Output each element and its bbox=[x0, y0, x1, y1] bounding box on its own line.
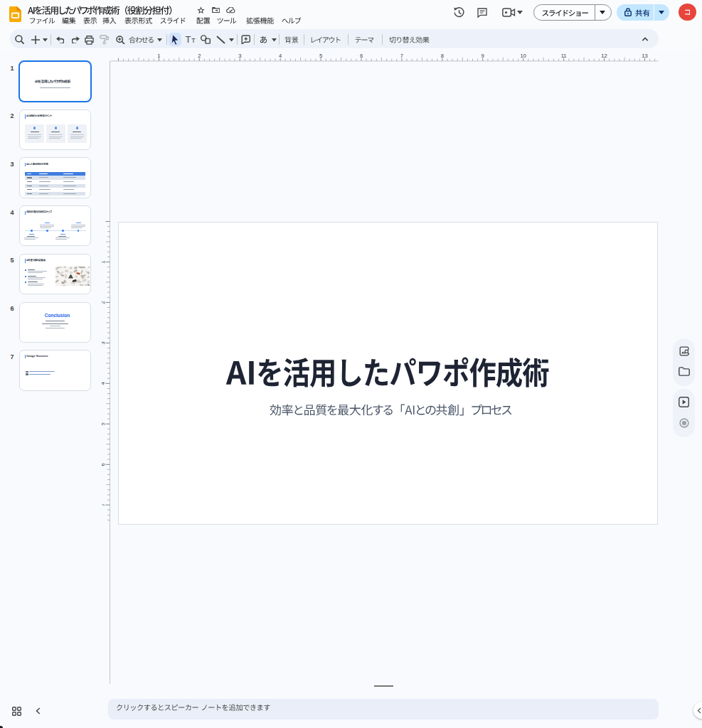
svg-text:8: 8 bbox=[441, 53, 444, 59]
svg-text:5: 5 bbox=[319, 53, 322, 59]
svg-text:12: 12 bbox=[601, 53, 607, 59]
svg-text:3: 3 bbox=[102, 341, 106, 344]
svg-text:13: 13 bbox=[642, 53, 647, 59]
svg-text:10: 10 bbox=[521, 53, 526, 59]
svg-text:3: 3 bbox=[238, 53, 241, 59]
svg-text:11: 11 bbox=[561, 53, 567, 59]
svg-text:7: 7 bbox=[400, 53, 403, 59]
svg-text:6: 6 bbox=[360, 53, 363, 59]
svg-text:4: 4 bbox=[102, 382, 106, 385]
svg-text:6: 6 bbox=[102, 463, 106, 466]
svg-text:1: 1 bbox=[157, 53, 160, 59]
svg-text:4: 4 bbox=[279, 53, 282, 59]
svg-text:5: 5 bbox=[102, 422, 106, 425]
svg-text:9: 9 bbox=[482, 53, 484, 59]
svg-text:1: 1 bbox=[102, 260, 106, 263]
svg-text:7: 7 bbox=[102, 503, 106, 506]
svg-text:2: 2 bbox=[102, 301, 106, 304]
svg-text:2: 2 bbox=[198, 53, 201, 59]
